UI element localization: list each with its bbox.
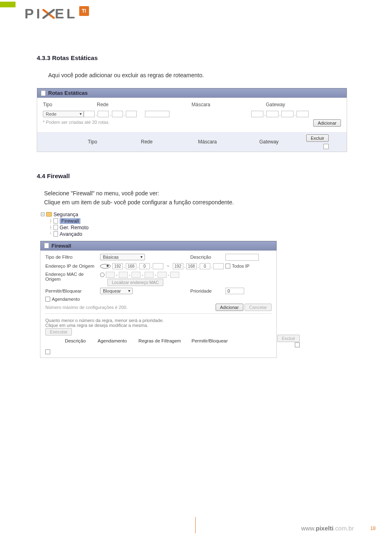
tipo-filtro-select[interactable]: Básicas <box>100 254 145 260</box>
localizar-mac-button[interactable]: Localizar endereço MAC <box>107 279 163 286</box>
th-descricao: Descrição <box>65 338 98 343</box>
list-col-mascara: Máscara <box>198 139 259 145</box>
col-tipo: Tipo <box>43 102 84 107</box>
label-prioridade: Prioridade <box>190 289 223 293</box>
mac-radio[interactable] <box>100 273 105 277</box>
fw-cancelar-button[interactable]: Cancelar <box>245 304 272 311</box>
row-mac-origem: Endereço MAC de Origem - - - - - Localiz… <box>45 272 272 285</box>
rotas-input-row: Rede . . . . . . <box>43 110 341 118</box>
executar-button[interactable]: Executar <box>45 328 72 335</box>
label-descricao: Descrição <box>190 255 223 259</box>
tree-item-avancado[interactable]: └ Avançado <box>49 231 118 237</box>
logo-text: PI EL <box>24 6 78 22</box>
list-col-tipo: Tipo <box>88 139 141 145</box>
logo-badge: TI <box>79 6 89 16</box>
th-regras: Regras de Filtragem <box>138 338 192 343</box>
fw-excluir-button[interactable]: Excluir <box>277 335 300 342</box>
fw-rule-hint2: Clique em uma regra se deseja modificar … <box>45 323 272 328</box>
fw-adicionar-button[interactable]: Adicionar <box>216 304 243 311</box>
heading-433: 4.3.3 Rotas Estáticas <box>37 54 351 61</box>
list-col-rede: Rede <box>141 139 198 145</box>
nav-tree: − Segurança ├ Firewall ├ Ger. Remoto └ A… <box>41 211 118 237</box>
rede-input[interactable]: . . . <box>84 111 137 117</box>
rotas-body: Tipo Rede Máscara Gateway Rede . . . . <box>37 98 347 130</box>
fw-select-all-checkbox[interactable] <box>295 342 300 347</box>
rotas-list-header: Tipo Rede Máscara Gateway Excluir <box>37 132 347 152</box>
row-ip-origem: Endereço IP de Origem 192. 168. 0. ~ 192… <box>45 263 272 269</box>
th-perm: Permitir/Bloquear <box>192 338 245 343</box>
gateway-input[interactable]: . . . <box>251 111 341 117</box>
file-icon <box>53 218 58 224</box>
tree-item-label: Avançado <box>60 231 82 237</box>
row-tipo-filtro: Tipo de Filtro Básicas Descrição <box>45 254 272 261</box>
firewall-body: Tipo de Filtro Básicas Descrição Endereç… <box>40 250 276 358</box>
fw-footer: Quanto menor o número da regra, menor se… <box>45 313 272 354</box>
folder-icon <box>46 212 52 217</box>
fw-table-header: Descrição Agendamento Regras de Filtrage… <box>65 336 277 346</box>
page-footer: www.pixelti.com.br 18 <box>301 525 376 532</box>
file-icon <box>53 231 58 237</box>
todos-ip-label: Todos IP <box>232 264 249 268</box>
firewall-panel: Firewall Tipo de Filtro Básicas Descriçã… <box>40 241 277 358</box>
col-gateway: Gateway <box>266 102 347 107</box>
collapse-icon[interactable]: − <box>41 212 45 216</box>
logo: PI EL TI <box>24 6 89 22</box>
footer-url: www.pixelti.com.br <box>301 525 354 532</box>
rotas-columns: Tipo Rede Máscara Gateway <box>43 102 341 107</box>
todos-ip-checkbox[interactable]: Todos IP <box>225 264 274 268</box>
excluir-button[interactable]: Excluir <box>306 134 329 142</box>
list-col-gateway: Gateway <box>259 139 278 145</box>
tree-root-label: Segurança <box>53 212 78 217</box>
intro-44: Selecione "Firewall" no menu, você pode … <box>44 189 351 207</box>
perm-bloq-select[interactable]: Bloquear <box>100 288 133 294</box>
firewall-panel-title: Firewall <box>40 241 276 250</box>
row-permitir-bloquear: Permitir/Bloquear Bloquear Prioridade 0 <box>45 288 272 294</box>
brand-accent <box>0 2 16 7</box>
descricao-input[interactable] <box>225 254 259 261</box>
label-ip-origem: Endereço IP de Origem <box>45 264 98 268</box>
page-number: 18 <box>370 526 376 531</box>
fw-rule-hint1: Quanto menor o número da regra, menor se… <box>45 318 272 323</box>
page-icon <box>44 243 49 248</box>
agendamento-checkbox[interactable]: Agendamento <box>45 297 80 302</box>
firewall-title-text: Firewall <box>51 243 71 249</box>
ip-radio[interactable] <box>100 264 111 268</box>
heading-44: 4.4 Firewall <box>37 172 351 179</box>
agendamento-label: Agendamento <box>52 297 80 302</box>
col-rede: Rede <box>97 102 178 107</box>
tree-item-label: Firewall <box>60 218 80 224</box>
fw-row-checkbox[interactable] <box>45 349 50 354</box>
label-perm-bloq: Permitir/Bloquear <box>45 289 98 293</box>
rotas-title-text: Rotas Estáticas <box>48 90 88 96</box>
row-agendamento: Agendamento <box>45 297 272 303</box>
prioridade-input[interactable]: 0 <box>225 288 244 294</box>
tree-item-label: Ger. Remoto <box>60 225 89 230</box>
tree-root[interactable]: − Segurança <box>41 211 118 218</box>
adicionar-button[interactable]: Adicionar <box>313 119 341 127</box>
footer-divider <box>195 517 196 533</box>
ip-to-input[interactable]: 192. 168. 0. <box>173 263 224 269</box>
label-mac-origem: Endereço MAC de Origem <box>45 272 98 282</box>
th-agendamento: Agendamento <box>98 338 138 343</box>
page-header: PI EL TI <box>0 0 392 22</box>
file-icon <box>53 225 58 230</box>
mac-input[interactable]: - - - - - <box>100 272 188 278</box>
ip-from-input[interactable]: 192. 168. 0. <box>112 263 163 269</box>
page-icon <box>41 90 46 96</box>
logo-x-icon <box>42 9 55 19</box>
rotas-hint: * Podem ser criadas até 20 rotas. <box>43 120 109 125</box>
tree-item-firewall[interactable]: ├ Firewall <box>49 218 118 224</box>
tipo-select[interactable]: Rede <box>43 111 84 117</box>
rotas-panel-title: Rotas Estáticas <box>37 88 347 98</box>
intro-433: Aqui você pode adicionar ou excluir as r… <box>48 71 351 80</box>
rotas-select-all-checkbox[interactable] <box>323 144 329 149</box>
mascara-input[interactable] <box>145 111 251 117</box>
rotas-panel: Rotas Estáticas Tipo Rede Máscara Gatewa… <box>37 88 347 152</box>
tree-item-ger-remoto[interactable]: ├ Ger. Remoto <box>49 224 118 231</box>
intro-44-line1: Selecione "Firewall" no menu, você pode … <box>44 189 351 198</box>
label-tipo-filtro: Tipo de Filtro <box>45 255 98 259</box>
fw-max-hint: Número máximo de configurações é 200. <box>45 305 127 310</box>
page-content: 4.3.3 Rotas Estáticas Aqui você pode adi… <box>37 54 351 358</box>
intro-44-line2: Clique em um item de sub- você pode conf… <box>44 198 351 207</box>
col-mascara: Máscara <box>192 102 253 107</box>
